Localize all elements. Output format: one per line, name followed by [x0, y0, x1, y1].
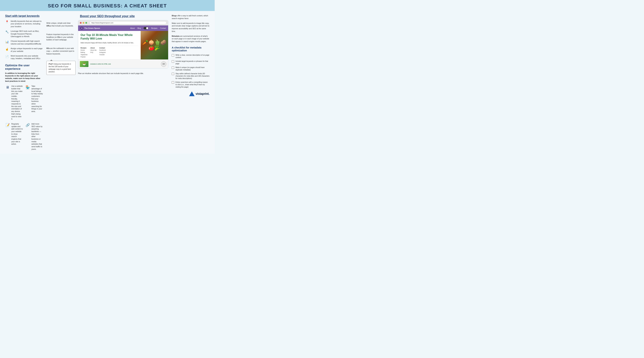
monitor-icon: 🖥: [5, 85, 10, 90]
browser-mockup: https://www.thegreenspoon.com ✕ The Gree…: [78, 20, 168, 75]
left-column: Start with target keywords 📍 Identify ke…: [5, 14, 43, 150]
optimize-section: Optimize the user experience In addition…: [5, 64, 43, 150]
store-icon: 🏪: [25, 85, 30, 90]
header: SEO FOR SMALL BUSINESS: A CHEAT SHEET: [0, 0, 215, 11]
hero-title: Our Top 10 30-Minute Meals Your Whole Fa…: [80, 33, 138, 40]
meta-description-text: metadata is within the HTML code: [90, 63, 159, 65]
checkbox-1[interactable]: [172, 54, 174, 56]
list-item: ☝️ Assign unique keywords to each page o…: [5, 47, 43, 52]
footer-col-about: About About Me FAQ: [90, 47, 96, 58]
list-item: Make it unique (no pages should have dup…: [172, 66, 210, 71]
plan-text: Plan an intuitive website structure that…: [78, 70, 168, 75]
list-item: Entice searchers with a compelling reaso…: [172, 81, 210, 88]
list-item: 🏪 Take advantage of local listings to he…: [25, 85, 43, 120]
list-item: 🖥 Use a website builder that lets you ma…: [5, 85, 23, 120]
browser-window: https://www.thegreenspoon.com ✕ The Gree…: [78, 20, 168, 68]
middle-column: Boost your SEO throughout your site Writ…: [46, 14, 168, 150]
list-item: 📊 Choose keywords with high search volum…: [5, 40, 43, 45]
checkbox-4[interactable]: [172, 73, 174, 75]
hero-text: Our Top 10 30-Minute Meals Your Whole Fa…: [78, 31, 141, 60]
list-item: 🔧 Leverage SEO tools such as Moz, Google…: [5, 30, 43, 38]
vistaprint-logo: vistaprint.: [172, 92, 210, 96]
list-item: 🔗 Add more SEO value by acquiring backli…: [25, 123, 43, 150]
list-item: 📄 Work keywords into your website copy, …: [5, 55, 43, 60]
blogs-section: Blogs offer a way to add fresh content, …: [172, 14, 210, 43]
maximize-dot: [85, 22, 87, 24]
chart-icon: 📊: [5, 40, 9, 44]
nav-item-about: About: [130, 27, 135, 29]
document-icon: 📄: [5, 55, 9, 58]
finger-icon: ☝️: [5, 48, 9, 51]
right-column: Blogs offer a way to add fresh content, …: [172, 14, 210, 150]
nav-links: About Blog Recipes Contact: [130, 27, 166, 30]
images-text: Make sure to add keywords to image title…: [172, 22, 210, 33]
vistaprint-triangle-icon: [189, 92, 194, 96]
h1-annotation: Feature important keywords in the headli…: [46, 33, 76, 41]
page-title: SEO FOR SMALL BUSINESS: A CHEAT SHEET: [4, 3, 211, 8]
site-hero: Our Top 10 30-Minute Meals Your Whole Fa…: [78, 31, 168, 60]
list-item: Include target keywords or phrases for t…: [172, 60, 210, 65]
keyword-list: 📍 Identify keywords that are relevant to…: [5, 20, 43, 60]
blogs-text: Blogs offer a way to add fresh content, …: [172, 14, 210, 20]
optimize-subtitle: In addition to leveraging the right keyw…: [5, 72, 43, 83]
checklist-section: A checklist for metadata optimization Wr…: [172, 46, 210, 88]
url-annotation: Write unique, simple and clear URLs that…: [46, 22, 76, 27]
footer-nav: Recipes Dinner Baking Vegetarian Popular…: [80, 46, 138, 58]
footer-col-contact: Contact Facebook Instagram Youtube: [99, 47, 106, 58]
close-dot: [80, 22, 82, 24]
location-icon: 📍: [5, 20, 9, 24]
list-item: Stay within defined character limits (60…: [172, 72, 210, 80]
meta-thumbnail: 🥗: [80, 61, 88, 67]
list-item: 📍 Identify keywords that are relevant to…: [5, 20, 43, 28]
code-badge: </>: [161, 61, 166, 67]
h2-annotation: H2s are the subheads in your web copy — …: [46, 47, 76, 55]
nav-item-recipes: Recipes: [151, 27, 157, 29]
site-nav: ✕ The Green Spoon About Blog Recipes Con…: [78, 26, 168, 31]
browser-titlebar: https://www.thegreenspoon.com: [78, 20, 168, 26]
checklist-title: A checklist for metadata optimization: [172, 46, 210, 52]
metadata-checklist: Write a clear, concise description of on…: [172, 54, 210, 88]
metadata-text: Metadata are summarized versions of what…: [172, 35, 210, 43]
checkbox-5[interactable]: [172, 81, 174, 84]
site-logo: ✕ The Green Spoon: [80, 27, 100, 30]
keywords-section-title: Start with target keywords: [5, 14, 43, 18]
list-item: 📝 Regularly update and add content to yo…: [5, 123, 23, 150]
minimize-dot: [82, 22, 84, 24]
boost-title: Boost your SEO throughout your site: [46, 14, 168, 18]
hero-desc: Make everyone happy with these simple, h…: [80, 42, 138, 44]
nav-toggle: [144, 27, 148, 30]
vistaprint-wordmark: vistaprint.: [196, 92, 210, 96]
footer-col-recipes: Recipes Dinner Baking Vegetarian Popular: [80, 47, 88, 58]
logo-icon: ✕: [80, 27, 83, 30]
checkbox-3[interactable]: [172, 66, 174, 69]
optimize-title: Optimize the user experience: [5, 64, 43, 70]
url-bar: https://www.thegreenspoon.com: [90, 21, 166, 24]
metadata-bar: 🥗 metadata is within the HTML code </>: [78, 60, 168, 68]
list-item: Write a clear, concise description of on…: [172, 54, 210, 59]
checkbox-2[interactable]: [172, 60, 174, 63]
nav-item-contact: Contact: [160, 27, 166, 29]
psst-box: Psst! Using your keywords in the first 1…: [46, 61, 76, 75]
tools-icon: 🔧: [5, 30, 9, 34]
edit-icon: 📝: [5, 123, 10, 128]
hero-image: 🥕🧅🫑🥔🍅🥦: [141, 31, 168, 60]
optimize-grid: 🖥 Use a website builder that lets you ma…: [5, 85, 43, 150]
link-icon: 🔗: [25, 123, 30, 128]
nav-item-blog: Blog: [138, 27, 141, 29]
